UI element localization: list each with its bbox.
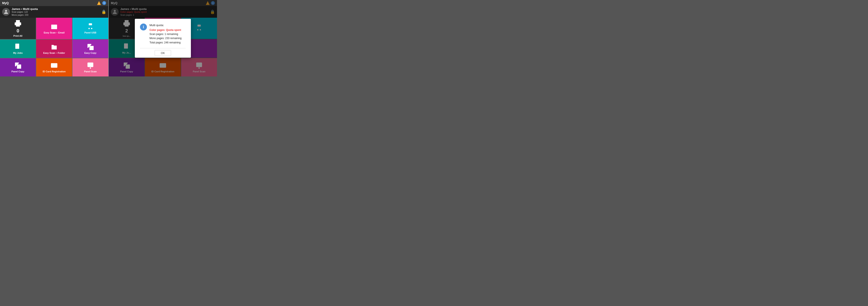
tile-easy-scan-folder[interactable]: Easy Scan – Folder <box>36 39 72 58</box>
svg-rect-5 <box>15 44 19 49</box>
warning-icon-left[interactable] <box>97 1 101 5</box>
tile-panel-copy-label: Panel Copy <box>11 70 24 73</box>
left-title-bar: MyQ i <box>0 0 108 6</box>
tile-print-all[interactable]: 0 Print All <box>0 18 36 39</box>
dialog-footer: OK <box>140 48 186 58</box>
tile-easy-copy[interactable]: Easy Copy <box>72 39 108 58</box>
dialog-box: i Multi quota: Color pages: Quota spent … <box>135 19 191 58</box>
left-title-icons: i <box>97 1 106 5</box>
left-scan-pages: Scan pages: 122 <box>12 10 101 13</box>
svg-point-3 <box>88 28 90 29</box>
tile-id-card-reg[interactable]: ID Card Registration <box>36 58 72 77</box>
tile-panel-scan[interactable]: Panel Scan <box>72 58 108 77</box>
tile-easy-scan-folder-label: Easy Scan – Folder <box>43 52 65 54</box>
dialog-info-icon: i <box>140 24 147 30</box>
dialog-mono-remaining: Mono pages: 233 remaining <box>150 36 182 40</box>
dialog-title: Multi quota: <box>150 23 182 28</box>
left-panel: MyQ i James • Multi quota Scan pages: 12… <box>0 0 108 77</box>
left-app-title: MyQ <box>2 1 97 5</box>
tile-my-jobs-label: My Jobs <box>13 52 23 54</box>
left-user-name: James • Multi quota <box>12 7 101 10</box>
print-count-left: 0 <box>17 28 19 34</box>
left-mono-pages: Mono pages: 233 <box>12 13 101 17</box>
dialog-scan-remaining: Scan pages: 1 remaining <box>150 32 182 36</box>
tile-easy-scan-email-label: Easy Scan – Email <box>44 31 65 34</box>
dialog-content: i Multi quota: Color pages: Quota spent … <box>140 23 186 45</box>
left-user-info: James • Multi quota Scan pages: 122 Mono… <box>12 7 101 17</box>
tile-panel-usb-label: Panel USB <box>84 31 96 34</box>
info-icon-left[interactable]: i <box>102 1 106 5</box>
svg-point-21 <box>90 67 91 69</box>
tile-easy-scan-email[interactable]: Easy Scan – Email <box>36 18 72 39</box>
tile-panel-scan-label: Panel Scan <box>84 70 97 73</box>
dialog-color-status: Color pages: Quota spent <box>150 28 182 32</box>
tile-id-card-reg-label: ID Card Registration <box>43 70 66 73</box>
dialog-text: Multi quota: Color pages: Quota spent Sc… <box>150 23 182 45</box>
tile-panel-copy[interactable]: ... Panel Copy <box>0 58 36 77</box>
svg-rect-2 <box>89 23 92 25</box>
left-user-header: James • Multi quota Scan pages: 122 Mono… <box>0 6 108 18</box>
tile-easy-copy-label: Easy Copy <box>84 52 96 54</box>
left-avatar <box>2 8 10 16</box>
svg-text:...: ... <box>19 66 20 68</box>
dialog-total-remaining: Total pages: 246 remaining <box>150 40 182 45</box>
svg-point-0 <box>5 10 7 12</box>
svg-rect-19 <box>88 63 93 67</box>
right-panel: MyQ i James • Multi quota Color pages: Q… <box>109 0 217 77</box>
dialog-overlay: i Multi quota: Color pages: Quota spent … <box>109 0 217 77</box>
tile-my-jobs[interactable]: My Jobs <box>0 39 36 58</box>
left-grid: 0 Print All Easy Scan – Email Panel USB … <box>0 18 108 77</box>
lock-icon-left[interactable]: 🔒 <box>101 9 106 14</box>
dialog-ok-button[interactable]: OK <box>155 50 171 56</box>
svg-point-11 <box>91 48 92 49</box>
tile-panel-usb[interactable]: Panel USB <box>72 18 108 39</box>
svg-point-4 <box>91 28 92 29</box>
tile-print-all-label: Print All <box>13 34 23 37</box>
